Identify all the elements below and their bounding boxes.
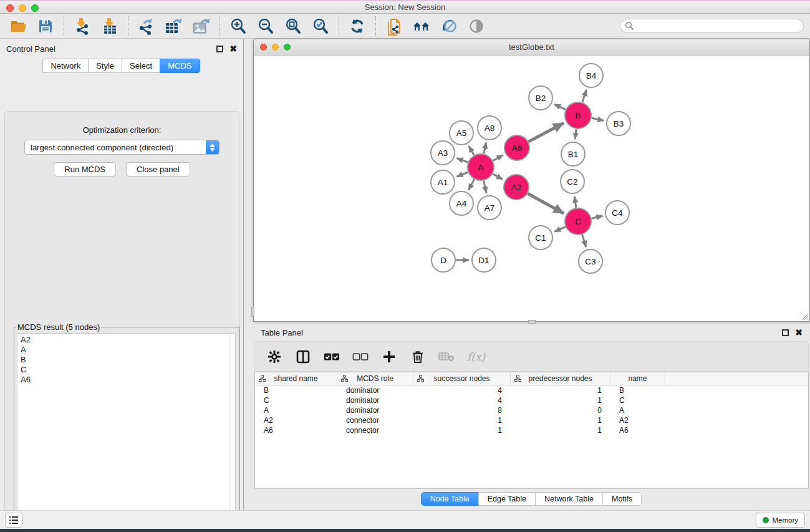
table-cell[interactable]: B bbox=[610, 385, 665, 395]
graph-edge-A-A3[interactable] bbox=[456, 158, 468, 162]
graph-node-D[interactable]: D bbox=[432, 248, 455, 272]
zoom-in-icon[interactable] bbox=[229, 17, 248, 36]
tab-node-table[interactable]: Node Table bbox=[421, 492, 479, 506]
table-cell[interactable]: 1 bbox=[413, 425, 511, 435]
table-cell[interactable]: A2 bbox=[610, 415, 665, 425]
export-table-icon[interactable] bbox=[165, 17, 183, 36]
network-close-button[interactable] bbox=[260, 44, 267, 51]
result-item[interactable]: A2 bbox=[21, 335, 235, 345]
graph-edge-A2-C[interactable] bbox=[528, 193, 564, 213]
table-cell[interactable]: 8 bbox=[413, 405, 511, 415]
delete-column-icon[interactable] bbox=[410, 349, 426, 365]
graph-node-B1[interactable]: B1 bbox=[561, 142, 585, 166]
graph-node-A6[interactable]: A6 bbox=[504, 135, 529, 160]
zoom-window-button[interactable] bbox=[31, 4, 39, 12]
table-row[interactable]: A2connector11A2 bbox=[255, 415, 808, 425]
close-window-button[interactable] bbox=[6, 4, 14, 12]
close-panel-icon[interactable]: ✖ bbox=[229, 46, 237, 52]
divider-grip-left[interactable] bbox=[251, 307, 254, 317]
first-neighbors-icon[interactable] bbox=[412, 17, 431, 36]
zoom-fit-icon[interactable] bbox=[284, 17, 302, 36]
table-cell[interactable]: A bbox=[610, 405, 665, 415]
table-cell[interactable]: A2 bbox=[255, 415, 337, 425]
table-cell[interactable]: 1 bbox=[413, 415, 511, 425]
column-header-MCDS-role[interactable]: MCDS role bbox=[337, 372, 413, 385]
refresh-icon[interactable] bbox=[348, 17, 367, 36]
new-network-from-selection-icon[interactable] bbox=[385, 17, 403, 36]
graph-edge-C-C3[interactable] bbox=[582, 235, 586, 247]
table-row[interactable]: Bdominator41B bbox=[255, 385, 808, 395]
window-resize-grip[interactable] bbox=[801, 312, 809, 321]
optimization-criterion-dropdown[interactable]: largest connected component (directed) bbox=[24, 140, 219, 155]
zoom-selected-icon[interactable] bbox=[311, 17, 330, 36]
export-image-icon[interactable] bbox=[192, 17, 211, 36]
network-minimize-button[interactable] bbox=[272, 44, 279, 51]
result-item[interactable]: A6 bbox=[21, 375, 235, 385]
unselect-all-columns-icon[interactable] bbox=[352, 349, 369, 365]
column-header-successor-nodes[interactable]: successor nodes bbox=[413, 372, 511, 385]
graph-edge-C-C1[interactable] bbox=[554, 227, 566, 232]
graph-node-A8[interactable]: A8 bbox=[478, 116, 501, 140]
table-cell[interactable]: C bbox=[255, 395, 337, 405]
graph-edge-A-A6[interactable] bbox=[493, 155, 503, 161]
table-cell[interactable]: 4 bbox=[413, 385, 511, 395]
graph-node-B2[interactable]: B2 bbox=[529, 86, 552, 110]
save-session-icon[interactable] bbox=[36, 17, 55, 36]
result-list-scrollbar[interactable] bbox=[229, 334, 235, 532]
tab-edge-table[interactable]: Edge Table bbox=[478, 492, 536, 506]
result-item[interactable]: B bbox=[21, 355, 235, 365]
graph-node-C2[interactable]: C2 bbox=[561, 170, 584, 193]
tab-select[interactable]: Select bbox=[122, 59, 160, 73]
column-header-shared-name[interactable]: shared name bbox=[255, 372, 337, 385]
graph-node-A5[interactable]: A5 bbox=[450, 121, 473, 145]
zoom-out-icon[interactable] bbox=[256, 17, 275, 36]
result-item[interactable]: C bbox=[21, 365, 235, 375]
divider-grip-bottom[interactable] bbox=[528, 320, 536, 324]
result-item[interactable]: A bbox=[21, 345, 235, 355]
close-panel-button[interactable]: Close panel bbox=[126, 162, 190, 177]
graph-edge-A-A8[interactable] bbox=[484, 142, 486, 153]
graph-node-A1[interactable]: A1 bbox=[431, 170, 455, 194]
graph-edge-C-C4[interactable] bbox=[591, 216, 602, 218]
hide-selected-icon[interactable] bbox=[440, 17, 458, 36]
table-cell[interactable]: 0 bbox=[511, 405, 610, 415]
graph-edge-B-B2[interactable] bbox=[554, 104, 566, 110]
table-cell[interactable]: 1 bbox=[511, 395, 610, 405]
import-network-icon[interactable] bbox=[73, 17, 92, 36]
graph-node-B[interactable]: B bbox=[565, 102, 591, 128]
table-cell[interactable]: C bbox=[610, 395, 665, 405]
graph-edge-A-A2[interactable] bbox=[493, 174, 503, 180]
network-canvas[interactable]: ABCA2A6A1A3A4A5A7A8B1B2B3B4C1C2C3C4DD1 bbox=[254, 56, 809, 321]
graph-edge-B-B3[interactable] bbox=[592, 118, 604, 120]
float-table-panel-icon[interactable] bbox=[782, 329, 789, 336]
column-layout-icon[interactable] bbox=[295, 349, 311, 365]
graph-node-A3[interactable]: A3 bbox=[431, 141, 455, 165]
graph-node-A2[interactable]: A2 bbox=[504, 175, 529, 200]
network-zoom-button[interactable] bbox=[284, 44, 291, 51]
delete-table-icon[interactable] bbox=[438, 349, 455, 365]
table-row[interactable]: A6connector11A6 bbox=[255, 425, 808, 435]
table-cell[interactable]: dominator bbox=[337, 395, 413, 405]
graph-node-C[interactable]: C bbox=[565, 208, 591, 235]
table-cell[interactable]: B bbox=[255, 385, 337, 395]
table-cell[interactable]: A6 bbox=[610, 425, 665, 435]
graph-edge-A6-B[interactable] bbox=[529, 123, 564, 142]
table-settings-icon[interactable] bbox=[266, 349, 282, 365]
graph-node-B3[interactable]: B3 bbox=[607, 112, 630, 135]
column-header-predecessor-nodes[interactable]: predecessor nodes bbox=[511, 372, 610, 385]
tab-network[interactable]: Network bbox=[42, 59, 89, 73]
graph-edge-C-C2[interactable] bbox=[574, 196, 576, 208]
graph-edge-B-B1[interactable] bbox=[575, 129, 576, 139]
table-row[interactable]: Adominator80A bbox=[255, 405, 808, 415]
graph-node-A7[interactable]: A7 bbox=[478, 196, 501, 220]
open-session-icon[interactable] bbox=[9, 17, 27, 36]
table-cell[interactable]: connector bbox=[337, 425, 413, 435]
task-history-button[interactable] bbox=[5, 513, 22, 528]
select-all-columns-icon[interactable] bbox=[324, 349, 340, 365]
add-column-icon[interactable] bbox=[381, 349, 397, 365]
float-panel-icon[interactable] bbox=[216, 46, 223, 52]
table-cell[interactable]: connector bbox=[337, 415, 413, 425]
tab-network-table[interactable]: Network Table bbox=[535, 492, 603, 506]
graph-node-C3[interactable]: C3 bbox=[579, 249, 602, 273]
table-cell[interactable]: 1 bbox=[511, 385, 610, 395]
